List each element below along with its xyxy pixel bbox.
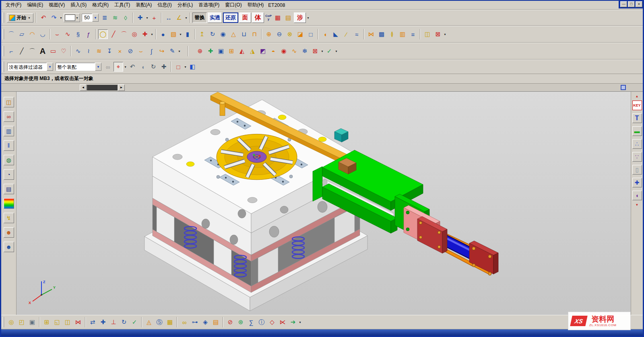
shaded-tool-icon[interactable]: ◖	[138, 62, 148, 72]
visible-layers-icon[interactable]: ≋	[110, 13, 120, 23]
pan-view-icon[interactable]: ✚	[159, 62, 169, 72]
drag-component-icon[interactable]: ➔	[288, 317, 298, 327]
molecule-icon[interactable]: ∵	[632, 152, 642, 162]
template-icon[interactable]: T	[632, 113, 642, 123]
wcs-dynamics-icon[interactable]: ✚	[135, 13, 145, 23]
clamp-icon[interactable]: ✚	[632, 178, 642, 187]
deviation-analysis-icon[interactable]: ∑	[246, 317, 256, 327]
interpart-link-icon[interactable]: ⊶	[190, 317, 200, 327]
electrode-icon[interactable]: ◓	[268, 46, 278, 56]
pad-icon[interactable]: ⊓	[250, 29, 259, 39]
menu-assembly[interactable]: 装配(A)	[133, 1, 155, 9]
selection-scope-dropdown[interactable]: 整个装配 ▼	[56, 63, 101, 71]
mirror-feature-icon[interactable]: ⋈	[366, 29, 376, 39]
interference-arrow-icon[interactable]: ▾	[306, 16, 310, 20]
thread-icon[interactable]: ≈	[352, 29, 361, 39]
cylinder-icon[interactable]: ▮	[183, 29, 192, 39]
wave-geometry-linker-icon[interactable]: ∞	[180, 317, 189, 327]
measure-angle-icon-arrow[interactable]: ▾	[184, 16, 188, 20]
menu-file[interactable]: 文件(F)	[3, 1, 24, 9]
spheres-icon[interactable]: ∴	[632, 139, 642, 149]
circle-tool-icon[interactable]: ◎	[130, 29, 139, 39]
remember-constraints-icon[interactable]: ✓	[130, 317, 139, 327]
product-interface-icon[interactable]: ◈	[200, 317, 210, 327]
3d-model-canvas[interactable]: Z Y X	[17, 92, 631, 315]
section-curve-icon[interactable]: ⊘	[126, 46, 135, 56]
cooling-channel-icon[interactable]: ❄	[300, 46, 310, 56]
line-tool-icon[interactable]: ╱	[109, 29, 118, 39]
menu-tools[interactable]: 工具(T)	[111, 1, 133, 9]
layer-settings-icon[interactable]: ≣	[100, 13, 109, 23]
select-rectangle-icon[interactable]: □	[173, 62, 183, 72]
roles-icon[interactable]: ☻	[4, 227, 14, 238]
studio-spline-icon[interactable]: ∿	[73, 46, 83, 56]
menu-analysis[interactable]: 分析(L)	[175, 1, 196, 9]
work-layer-spinner[interactable]: 50 ▼	[82, 13, 99, 22]
workpiece-icon[interactable]: ▣	[216, 46, 226, 56]
core-cavity-icon[interactable]: ◮	[248, 46, 257, 56]
intersection-curve-icon[interactable]: ×	[115, 46, 125, 56]
explode-assembly-icon[interactable]: ◬	[144, 317, 154, 327]
rotate-view-icon[interactable]: ↻	[149, 62, 158, 72]
cavity-layout-icon[interactable]: ⊞	[227, 46, 236, 56]
color-swatch-arrow-icon[interactable]: ▾	[75, 16, 79, 20]
fit-spline-icon[interactable]: ≀	[84, 46, 93, 56]
sphere-icon[interactable]: ●	[158, 29, 168, 39]
mold-trim-icon[interactable]: ⊠	[310, 46, 320, 56]
bridge-curve-icon[interactable]: ⌣	[52, 29, 62, 39]
scroll-up-icon[interactable]: ▲	[634, 94, 640, 99]
create-array-icon[interactable]: ◫	[63, 317, 72, 327]
shell-icon[interactable]: □	[306, 29, 316, 39]
toolbar-grip[interactable]	[3, 29, 4, 39]
component-preview-icon[interactable]: ▣	[27, 317, 37, 327]
arc-tool-icon[interactable]: ⌒	[119, 29, 129, 39]
simplify-curve-icon[interactable]: ∫	[147, 46, 156, 56]
selection-filter-dropdown[interactable]: 没有选择过滤器 ▼	[7, 63, 53, 71]
offset-curve-icon[interactable]: ≋	[94, 46, 104, 56]
beaker-icon[interactable]: ▯	[632, 165, 642, 175]
slide-lifter-icon[interactable]: ◩	[258, 46, 268, 56]
layer-spinner-arrow-icon[interactable]: ▼	[92, 14, 99, 22]
draft-icon[interactable]: ∕	[341, 29, 351, 39]
scroll-left-button[interactable]: ◄	[80, 84, 87, 91]
chamfer-icon[interactable]: ◣	[331, 29, 341, 39]
arc-icon[interactable]: ⌒	[27, 46, 37, 56]
join-curve-icon[interactable]: ⌣	[136, 46, 146, 56]
material-icon[interactable]: ▬	[632, 126, 642, 136]
drag-component-icon-arrow[interactable]: ▾	[298, 321, 302, 324]
project-curve-icon[interactable]: ↧	[105, 46, 114, 56]
section-surface-icon[interactable]: ◡	[38, 29, 47, 39]
mold-base-model[interactable]	[144, 100, 367, 311]
sew-icon[interactable]: ≬	[387, 29, 397, 39]
subtract-icon[interactable]: ⊖	[275, 29, 284, 39]
new-component-icon[interactable]: ◱	[52, 317, 62, 327]
wave-mirror-icon[interactable]: ⋉	[278, 317, 287, 327]
layer-category-icon[interactable]: ◊	[121, 13, 130, 23]
assembly-sequence-icon[interactable]: Ⓢ	[155, 317, 164, 327]
menu-preferences[interactable]: 首选项(P)	[196, 1, 222, 9]
menu-help[interactable]: 帮助(H)	[245, 1, 267, 9]
macro-icon[interactable]: ↯	[4, 213, 14, 223]
scroll-thumb[interactable]	[87, 85, 118, 90]
replace-button[interactable]: 替换	[192, 12, 207, 23]
edit-curve-icon-arrow[interactable]: ▾	[178, 49, 181, 53]
undo-icon[interactable]: ↶	[39, 13, 48, 23]
move-component-icon[interactable]: ✚	[98, 317, 108, 327]
export-tray-icon[interactable]: ▤	[283, 13, 293, 23]
block-icon[interactable]: ▧	[169, 29, 178, 39]
menu-insert[interactable]: 插入(S)	[68, 1, 89, 9]
select-rectangle-icon-arrow[interactable]: ▾	[184, 65, 187, 69]
replace-component-icon[interactable]: ⇄	[88, 317, 97, 327]
spline-icon[interactable]: ∿	[63, 29, 72, 39]
clearance-check-icon[interactable]: ◇	[267, 317, 277, 327]
rectangle-icon[interactable]: ▭	[48, 46, 58, 56]
hole-icon[interactable]: ◉	[218, 29, 228, 39]
line-icon[interactable]: ╱	[17, 46, 27, 56]
gate-design-icon[interactable]: ◉	[279, 46, 289, 56]
face-button[interactable]: 面	[239, 12, 251, 23]
display-color-swatch[interactable]: ▾	[64, 13, 80, 22]
toolbar-grip[interactable]	[3, 62, 4, 72]
menu-information[interactable]: 信息(I)	[155, 1, 174, 9]
interpart-select-icon[interactable]: ∞	[103, 62, 113, 72]
show-dof-icon[interactable]: ↻	[119, 317, 129, 327]
